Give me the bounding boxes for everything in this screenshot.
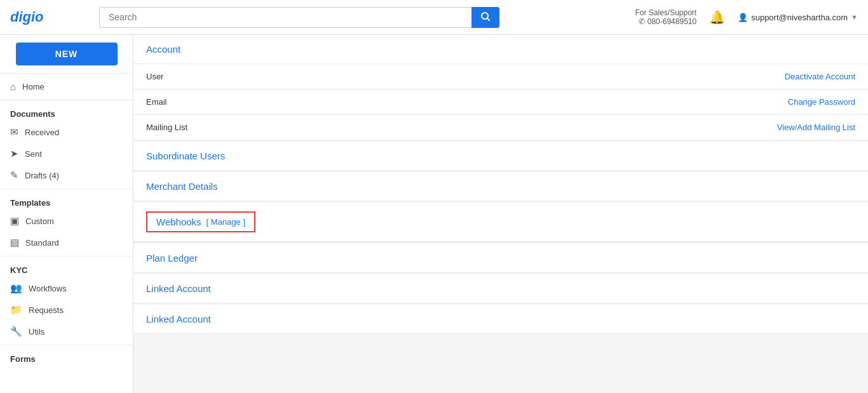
email-label: Email	[133, 90, 501, 115]
sidebar-item-label: Requests	[29, 305, 64, 315]
manage-link[interactable]: [ Manage ]	[207, 217, 245, 227]
user-avatar-icon: 👤	[738, 13, 748, 22]
header: digio For Sales/Support ✆ 080-69489510 🔔…	[0, 0, 868, 35]
sidebar-item-utils[interactable]: 🔧 Utils	[0, 321, 133, 342]
templates-section-label: Templates	[0, 192, 133, 210]
search-input[interactable]	[99, 7, 471, 28]
account-section-header[interactable]: Account	[133, 35, 868, 64]
table-row: Mailing List View/Add Mailing List	[133, 115, 868, 140]
deactivate-account-link[interactable]: Deactivate Account	[501, 64, 868, 90]
support-phone: ✆ 080-69489510	[635, 17, 696, 26]
support-info: For Sales/Support ✆ 080-69489510	[635, 8, 696, 26]
workflows-icon: 👥	[10, 283, 22, 294]
sidebar: NEW ⌂ Home Documents ✉ Received ➤ Sent ✎…	[0, 35, 133, 393]
sidebar-item-home[interactable]: ⌂ Home	[0, 76, 133, 97]
notification-bell-icon[interactable]: 🔔	[709, 10, 725, 25]
user-label: User	[133, 64, 501, 90]
webhooks-box: Webhooks [ Manage ]	[146, 211, 255, 232]
home-icon: ⌂	[10, 81, 16, 92]
sidebar-item-label: Utils	[29, 327, 44, 336]
subordinate-users-section: Subordinate Users	[133, 142, 868, 171]
sidebar-item-sent[interactable]: ➤ Sent	[0, 143, 133, 164]
search-button[interactable]	[471, 7, 499, 28]
sidebar-item-drafts[interactable]: ✎ Drafts (4)	[0, 164, 133, 186]
account-table: User Deactivate Account Email Change Pas…	[133, 64, 868, 140]
layout: NEW ⌂ Home Documents ✉ Received ➤ Sent ✎…	[0, 35, 868, 393]
table-row: User Deactivate Account	[133, 64, 868, 90]
user-email: support@niveshartha.com	[751, 13, 848, 22]
main-content: Account User Deactivate Account Email Ch…	[133, 35, 868, 393]
sidebar-item-workflows[interactable]: 👥 Workflows	[0, 277, 133, 299]
sidebar-item-received[interactable]: ✉ Received	[0, 121, 133, 143]
search-bar	[99, 7, 499, 28]
sidebar-item-label: Workflows	[29, 284, 67, 293]
webhooks-container: Webhooks [ Manage ]	[133, 203, 868, 243]
linked-account-1-header[interactable]: Linked Account	[133, 274, 868, 303]
sidebar-item-label: Sent	[25, 149, 42, 159]
new-button[interactable]: NEW	[16, 43, 118, 65]
sidebar-item-requests[interactable]: 📁 Requests	[0, 299, 133, 321]
linked-account-2-section: Linked Account	[133, 305, 868, 334]
table-row: Email Change Password	[133, 90, 868, 115]
received-icon: ✉	[10, 126, 18, 138]
linked-account-2-header[interactable]: Linked Account	[133, 305, 868, 334]
sidebar-item-label: Home	[22, 82, 44, 91]
support-label: For Sales/Support	[635, 8, 696, 17]
header-right: For Sales/Support ✆ 080-69489510 🔔 👤 sup…	[635, 8, 858, 26]
standard-icon: ▤	[10, 237, 19, 248]
sidebar-item-label: Custom	[25, 216, 54, 226]
change-password-link[interactable]: Change Password	[501, 90, 868, 115]
kyc-section-label: KYC	[0, 259, 133, 277]
sidebar-item-label: Standard	[25, 238, 59, 248]
merchant-details-header[interactable]: Merchant Details	[133, 172, 868, 201]
webhooks-label[interactable]: Webhooks	[156, 216, 201, 227]
webhooks-section: Webhooks [ Manage ]	[133, 203, 868, 243]
drafts-icon: ✎	[10, 170, 18, 181]
sent-icon: ➤	[10, 148, 18, 159]
plan-ledger-section: Plan Ledger	[133, 244, 868, 273]
utils-icon: 🔧	[10, 326, 22, 337]
chevron-down-icon: ▼	[851, 13, 858, 21]
documents-section-label: Documents	[0, 103, 133, 121]
svg-line-1	[487, 18, 489, 20]
plan-ledger-header[interactable]: Plan Ledger	[133, 244, 868, 273]
subordinate-users-header[interactable]: Subordinate Users	[133, 142, 868, 171]
sidebar-item-standard[interactable]: ▤ Standard	[0, 232, 133, 253]
requests-icon: 📁	[10, 304, 22, 316]
mailing-list-label: Mailing List	[133, 115, 501, 140]
user-menu[interactable]: 👤 support@niveshartha.com ▼	[738, 13, 858, 22]
sidebar-item-custom[interactable]: ▣ Custom	[0, 210, 133, 232]
logo: digio	[10, 9, 86, 25]
merchant-details-section: Merchant Details	[133, 172, 868, 201]
forms-section-label: Forms	[0, 348, 133, 366]
account-section: Account User Deactivate Account Email Ch…	[133, 35, 868, 140]
linked-account-1-section: Linked Account	[133, 274, 868, 303]
view-add-mailing-list-link[interactable]: View/Add Mailing List	[501, 115, 868, 140]
sidebar-item-label: Received	[25, 128, 59, 137]
sidebar-item-label: Drafts (4)	[25, 171, 59, 180]
custom-icon: ▣	[10, 215, 19, 227]
